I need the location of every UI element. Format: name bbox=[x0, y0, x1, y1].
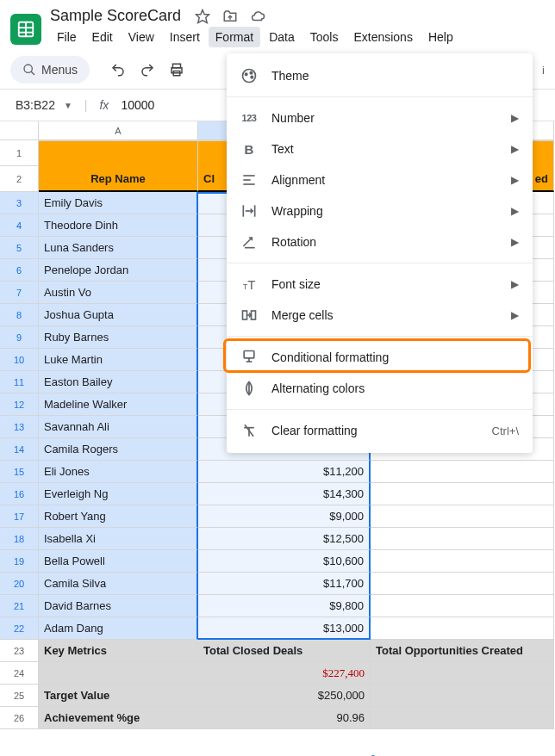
cell-rep-name[interactable]: Emily Davis bbox=[39, 192, 198, 214]
col-header-a[interactable]: A bbox=[39, 121, 198, 140]
cell-rep-name[interactable]: Isabella Xi bbox=[39, 528, 198, 550]
cell[interactable] bbox=[371, 461, 554, 483]
cell-value[interactable]: $14,300 bbox=[198, 483, 371, 505]
row-header[interactable]: 15 bbox=[0, 461, 39, 483]
cell-rep-name[interactable]: Adam Dang bbox=[39, 617, 198, 640]
menus-search[interactable]: Menus bbox=[10, 56, 90, 84]
row-header[interactable]: 9 bbox=[0, 326, 39, 349]
cell-rep-name[interactable]: Bella Powell bbox=[39, 550, 198, 573]
format-text[interactable]: BText▶ bbox=[227, 133, 533, 164]
cell[interactable] bbox=[371, 595, 554, 617]
menu-help[interactable]: Help bbox=[421, 27, 460, 47]
cell-rep-name[interactable]: Luke Martin bbox=[39, 349, 198, 371]
row-header[interactable]: 22 bbox=[0, 617, 39, 640]
cell-summary-value[interactable]: Total Closed Deals bbox=[198, 640, 371, 662]
cell-summary-label[interactable] bbox=[39, 662, 198, 685]
cell-rep-name[interactable]: Camila Rogers bbox=[39, 438, 198, 461]
row-header[interactable]: 12 bbox=[0, 393, 39, 416]
cell-value[interactable]: $10,600 bbox=[198, 550, 371, 573]
row-header[interactable]: 6 bbox=[0, 259, 39, 282]
sheets-logo[interactable] bbox=[10, 14, 41, 45]
row-header[interactable]: 4 bbox=[0, 214, 39, 237]
format-conditional-formatting[interactable]: Conditional formatting bbox=[227, 342, 533, 373]
row-header[interactable]: 16 bbox=[0, 483, 39, 505]
cell-rep-name[interactable]: Penelope Jordan bbox=[39, 259, 198, 282]
format-number[interactable]: 123Number▶ bbox=[227, 102, 533, 133]
cell-summary-label[interactable]: Key Metrics bbox=[39, 640, 198, 662]
row-header[interactable]: 19 bbox=[0, 550, 39, 573]
row-header[interactable]: 8 bbox=[0, 304, 39, 326]
cell-summary-c[interactable] bbox=[371, 707, 554, 729]
cell-rep-name[interactable]: Eli Jones bbox=[39, 461, 198, 483]
cell-rep-name[interactable]: Austin Vo bbox=[39, 282, 198, 304]
cell-summary-c[interactable]: Total Opportunities Created bbox=[371, 640, 554, 662]
row-header[interactable]: 10 bbox=[0, 349, 39, 371]
format-rotation[interactable]: Rotation▶ bbox=[227, 226, 533, 257]
menu-edit[interactable]: Edit bbox=[85, 27, 120, 47]
menu-format[interactable]: Format bbox=[209, 27, 260, 47]
cell[interactable] bbox=[39, 140, 198, 166]
undo-button[interactable] bbox=[105, 57, 131, 83]
menu-extensions[interactable]: Extensions bbox=[346, 27, 419, 47]
row-header[interactable]: 14 bbox=[0, 438, 39, 461]
move-icon[interactable] bbox=[222, 9, 238, 24]
format-wrapping[interactable]: Wrapping▶ bbox=[227, 195, 533, 226]
row-header[interactable]: 13 bbox=[0, 416, 39, 438]
cell-rep-name[interactable]: Everleigh Ng bbox=[39, 483, 198, 505]
cell-rep-name[interactable]: Joshua Gupta bbox=[39, 304, 198, 326]
cell-rep-name[interactable]: Ruby Barnes bbox=[39, 326, 198, 349]
cloud-status-icon[interactable] bbox=[250, 9, 265, 24]
cell[interactable] bbox=[371, 617, 554, 640]
document-title[interactable]: Sample ScoreCard bbox=[50, 7, 181, 25]
menu-data[interactable]: Data bbox=[262, 27, 302, 47]
row-header[interactable]: 21 bbox=[0, 595, 39, 617]
cell-summary-value[interactable]: $227,400 bbox=[198, 662, 371, 685]
menu-insert[interactable]: Insert bbox=[163, 27, 207, 47]
row-header[interactable]: 26 bbox=[0, 707, 39, 729]
cell-rep-name[interactable]: David Barnes bbox=[39, 595, 198, 617]
row-header[interactable]: 7 bbox=[0, 282, 39, 304]
cell-value[interactable]: $13,000 bbox=[198, 617, 371, 640]
cell-value[interactable]: $11,200 bbox=[198, 461, 371, 483]
menu-file[interactable]: File bbox=[50, 27, 84, 47]
row-header[interactable]: 1 bbox=[0, 140, 39, 166]
cell-summary-label[interactable]: Target Value bbox=[39, 685, 198, 707]
cell[interactable] bbox=[371, 528, 554, 550]
row-header[interactable]: 5 bbox=[0, 237, 39, 259]
header-rep-name[interactable]: Rep Name bbox=[39, 166, 198, 192]
row-header[interactable]: 3 bbox=[0, 192, 39, 214]
cell-summary-value[interactable]: $250,000 bbox=[198, 685, 371, 707]
row-header[interactable]: 11 bbox=[0, 371, 39, 393]
row-header[interactable]: 2 bbox=[0, 166, 39, 192]
star-icon[interactable] bbox=[195, 9, 210, 24]
row-header[interactable]: 24 bbox=[0, 662, 39, 685]
cell-rep-name[interactable]: Savannah Ali bbox=[39, 416, 198, 438]
format-clear-formatting[interactable]: Clear formattingCtrl+\ bbox=[227, 415, 533, 446]
cell-summary-c[interactable] bbox=[371, 685, 554, 707]
cell-value[interactable]: $9,000 bbox=[198, 505, 371, 528]
row-header[interactable]: 17 bbox=[0, 505, 39, 528]
format-merge-cells[interactable]: Merge cells▶ bbox=[227, 300, 533, 331]
cell-rep-name[interactable]: Easton Bailey bbox=[39, 371, 198, 393]
format-font-size[interactable]: TTFont size▶ bbox=[227, 269, 533, 300]
format-alternating-colors[interactable]: Alternating colors bbox=[227, 373, 533, 404]
format-alignment[interactable]: Alignment▶ bbox=[227, 164, 533, 195]
cell[interactable] bbox=[371, 573, 554, 595]
cell-rep-name[interactable]: Madeline Walker bbox=[39, 393, 198, 416]
redo-button[interactable] bbox=[134, 57, 160, 83]
cell-summary-label[interactable]: Achievement %ge bbox=[39, 707, 198, 729]
row-header[interactable]: 23 bbox=[0, 640, 39, 662]
cell-summary-value[interactable]: 90.96 bbox=[198, 707, 371, 729]
cell-value[interactable]: $12,500 bbox=[198, 528, 371, 550]
name-box[interactable]: B3:B22 ▼ bbox=[10, 95, 78, 115]
menu-tools[interactable]: Tools bbox=[303, 27, 346, 47]
row-header[interactable]: 18 bbox=[0, 528, 39, 550]
cell-rep-name[interactable]: Robert Yang bbox=[39, 505, 198, 528]
cell-value[interactable]: $11,700 bbox=[198, 573, 371, 595]
format-theme[interactable]: Theme bbox=[227, 60, 533, 91]
row-header[interactable]: 20 bbox=[0, 573, 39, 595]
cell[interactable] bbox=[371, 483, 554, 505]
formula-bar[interactable]: 10000 bbox=[121, 98, 154, 112]
cell-rep-name[interactable]: Luna Sanders bbox=[39, 237, 198, 259]
menu-view[interactable]: View bbox=[122, 27, 161, 47]
